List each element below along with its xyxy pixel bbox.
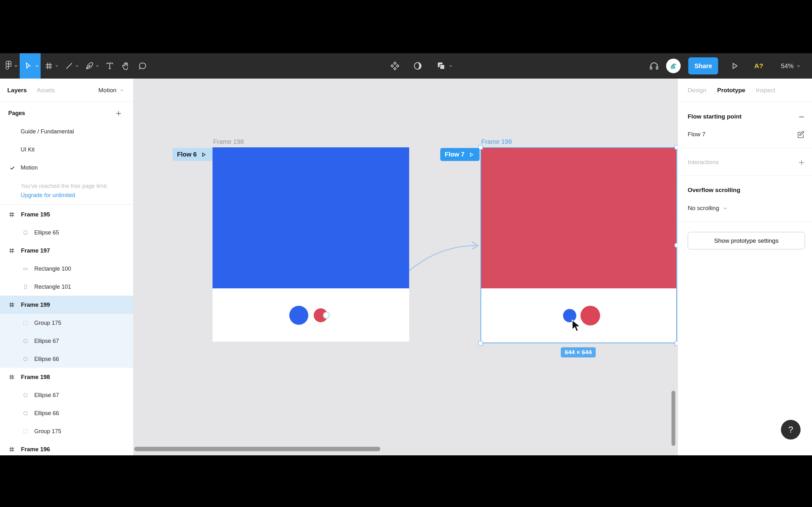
layer-row-ellipse-65[interactable]: Ellipse 65: [0, 223, 133, 241]
layer-row-frame-195[interactable]: Frame 195: [0, 205, 133, 223]
frame-icon: [44, 61, 54, 71]
frame-icon: [9, 446, 15, 452]
tab-prototype[interactable]: Prototype: [717, 78, 745, 102]
page-item-ui-kit[interactable]: UI Kit: [0, 141, 133, 159]
add-interaction-button[interactable]: [798, 158, 806, 167]
accessibility-badge[interactable]: A?: [754, 53, 763, 78]
comment-tool-button[interactable]: [136, 53, 149, 78]
frame-199-red-rect[interactable]: [481, 148, 676, 288]
mask-tool-button[interactable]: [411, 53, 424, 78]
ellipse-icon: [23, 356, 28, 361]
layer-row-rectangle-100[interactable]: Rectangle 100: [0, 260, 133, 278]
layer-row-ellipse-67b[interactable]: Ellipse 67: [0, 386, 133, 404]
frame-198[interactable]: [212, 147, 409, 342]
move-tool-button[interactable]: [20, 53, 41, 78]
page-selector-value: Motion: [98, 87, 116, 94]
edit-icon: [797, 130, 805, 138]
shape-tool-button[interactable]: [63, 53, 75, 78]
pen-icon: [85, 61, 94, 71]
layer-row-group-175[interactable]: Group 175: [0, 314, 133, 332]
frame-199[interactable]: [480, 147, 677, 343]
present-button[interactable]: [728, 53, 741, 78]
frame-199-label[interactable]: Frame 199: [481, 138, 512, 146]
layer-row-group-175b[interactable]: Group 175: [0, 422, 133, 440]
hand-icon: [121, 61, 131, 71]
boolean-union-icon: [436, 61, 446, 71]
tab-layers[interactable]: Layers: [7, 78, 27, 102]
show-prototype-settings-button[interactable]: Show prototype settings: [688, 232, 805, 249]
page-item-guide-fundamental[interactable]: Guide / Fundamental: [0, 123, 133, 141]
page-selector[interactable]: Motion: [98, 78, 124, 102]
audio-call-button[interactable]: [647, 53, 661, 78]
add-page-button[interactable]: [115, 110, 122, 117]
overflow-scrolling-dropdown[interactable]: No scrolling: [688, 205, 728, 212]
frame-tool-button[interactable]: [43, 53, 55, 78]
mask-icon: [413, 61, 423, 71]
main-menu-chevron[interactable]: [13, 53, 18, 78]
frame-198-label[interactable]: Frame 198: [213, 138, 244, 146]
layer-row-frame-196[interactable]: Frame 196: [0, 440, 133, 455]
headphones-icon: [649, 60, 659, 71]
layer-row-frame-197[interactable]: Frame 197: [0, 241, 133, 260]
mouse-cursor: [571, 320, 582, 333]
tab-assets[interactable]: Assets: [37, 78, 55, 102]
layer-row-frame-198[interactable]: Frame 198: [0, 368, 133, 386]
page-item-motion[interactable]: Motion: [0, 159, 133, 177]
selection-handle-bottom-right[interactable]: [675, 341, 677, 345]
tab-inspect[interactable]: Inspect: [756, 78, 775, 102]
right-panel: Design Prototype Inspect Flow starting p…: [677, 78, 812, 455]
flow-play-icon[interactable]: [200, 152, 207, 158]
layer-row-ellipse-66[interactable]: Ellipse 66: [0, 350, 133, 368]
component-tool-button[interactable]: [388, 53, 402, 78]
line-icon: [64, 61, 74, 71]
flow-starting-point-header: Flow starting point: [688, 113, 742, 120]
selection-handle-bottom-left[interactable]: [478, 341, 483, 345]
connector-end-node[interactable]: [674, 243, 677, 248]
tab-design[interactable]: Design: [688, 78, 706, 102]
main-menu-button[interactable]: [3, 53, 14, 78]
remove-flow-button[interactable]: [798, 113, 806, 121]
share-button[interactable]: Share: [688, 57, 718, 74]
shape-tool-chevron[interactable]: [75, 53, 79, 78]
frame-198-blue-circle[interactable]: [289, 306, 308, 325]
layer-row-rectangle-101[interactable]: Rectangle 101: [0, 278, 133, 296]
plus-icon: [798, 159, 805, 166]
help-question-mark: ?: [788, 425, 793, 435]
group-icon: [23, 320, 28, 326]
upgrade-link[interactable]: Upgrade for unlimited: [20, 192, 75, 199]
connector-start-node[interactable]: [323, 312, 330, 319]
panel-tabs: Design Prototype Inspect: [678, 78, 812, 102]
layer-row-ellipse-67[interactable]: Ellipse 67: [0, 332, 133, 350]
canvas[interactable]: Frame 198 Flow 6 Frame 199 Flow 7 644 × …: [134, 78, 677, 455]
left-sidebar: Layers Assets Motion Pages Guide / Funda…: [0, 78, 134, 455]
text-tool-button[interactable]: [103, 53, 116, 78]
hand-tool-button[interactable]: [119, 53, 132, 78]
check-icon: [9, 165, 15, 171]
flow-7-badge[interactable]: Flow 7: [440, 148, 479, 161]
avatar[interactable]: [666, 59, 681, 73]
flow-6-badge[interactable]: Flow 6: [172, 148, 212, 161]
move-tool-chevron[interactable]: [35, 64, 39, 68]
move-cursor-icon: [23, 61, 33, 71]
zoom-chevron-icon: [796, 64, 801, 68]
comment-icon: [138, 61, 148, 71]
frame-198-blue-rect[interactable]: [212, 147, 409, 288]
help-button[interactable]: ?: [781, 420, 801, 440]
pen-tool-button[interactable]: [84, 53, 95, 78]
letterbox-top: [0, 0, 812, 53]
flow-play-icon[interactable]: [468, 152, 474, 158]
edit-flow-button[interactable]: [797, 130, 805, 139]
layer-row-ellipse-66b[interactable]: Ellipse 66: [0, 404, 133, 422]
frame-199-red-circle[interactable]: [580, 306, 600, 326]
zoom-level-dropdown[interactable]: 54%: [781, 53, 801, 78]
horizontal-scrollbar[interactable]: [134, 447, 380, 451]
vertical-scrollbar[interactable]: [671, 391, 675, 446]
frame-tool-chevron[interactable]: [55, 53, 59, 78]
boolean-tool-chevron[interactable]: [449, 53, 453, 78]
flow-name-value[interactable]: Flow 7: [688, 131, 705, 138]
letterbox-bottom: [0, 455, 812, 507]
selection-handle-top-right[interactable]: [675, 145, 677, 150]
boolean-tool-button[interactable]: [435, 53, 448, 78]
pen-tool-chevron[interactable]: [95, 53, 100, 78]
layer-row-frame-199[interactable]: Frame 199: [0, 296, 133, 314]
